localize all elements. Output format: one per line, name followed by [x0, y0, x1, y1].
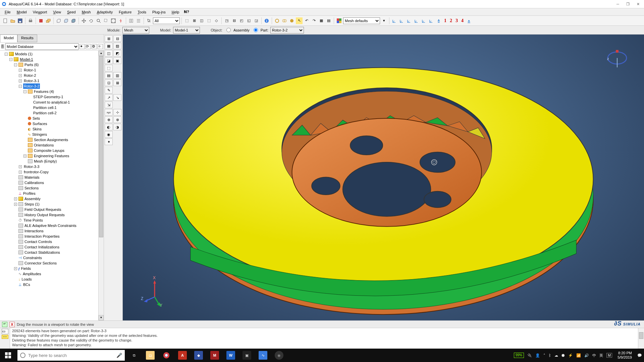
tab-results[interactable]: Results — [17, 35, 37, 42]
tool-a2[interactable]: ◩ — [113, 50, 121, 57]
wire-cube-2-icon[interactable] — [63, 17, 69, 24]
maximize-button[interactable]: ❐ — [623, 1, 633, 7]
tree-history-output[interactable]: History Output Requests — [24, 212, 65, 218]
ime-cn[interactable]: 中 — [592, 353, 596, 358]
tree-interaction-props[interactable]: Interaction Properties — [24, 234, 60, 239]
tray-chevron-icon[interactable]: ˄ — [543, 353, 545, 358]
save-icon[interactable] — [17, 17, 23, 24]
tree-rotor-3-3[interactable]: Rotor-3-3 — [23, 164, 40, 169]
close-button[interactable]: ✕ — [633, 1, 643, 7]
volume-icon[interactable]: 🔊 — [584, 353, 589, 358]
tool-e2[interactable]: ⊠ — [113, 79, 121, 86]
tool-d2[interactable]: ▥ — [113, 72, 121, 79]
tree-surfaces[interactable]: Surfaces — [32, 121, 48, 126]
tree-btn-4[interactable]: ✧ — [98, 44, 103, 49]
menu-model[interactable]: Model — [14, 9, 30, 15]
prompt-yes-icon[interactable]: ↵ — [2, 322, 7, 327]
tree-btn-2[interactable]: ⟳ — [86, 44, 91, 49]
tree-orientations[interactable]: Orientations — [33, 142, 54, 148]
taskbar-acrobat[interactable]: A — [174, 349, 191, 362]
zoom-icon[interactable] — [95, 17, 102, 24]
message-log[interactable]: 209243 elements have been generated on p… — [10, 328, 638, 349]
print-icon[interactable] — [27, 17, 34, 24]
model-dropdown[interactable]: Model-1 — [173, 27, 200, 34]
red-cube-icon[interactable] — [38, 17, 44, 24]
menu-tools[interactable]: Tools — [135, 9, 149, 15]
tool-b1[interactable]: ◪ — [105, 57, 113, 64]
tree-section-assign[interactable]: Section Assignments — [33, 137, 69, 142]
t8-icon[interactable]: ◰ — [238, 17, 245, 24]
ime-m[interactable]: M — [606, 353, 612, 358]
tree-composite[interactable]: Composite Layups — [33, 148, 65, 153]
disc-icon[interactable] — [288, 17, 295, 24]
search-input[interactable] — [28, 353, 125, 358]
tree-profiles[interactable]: Profiles — [22, 191, 36, 196]
task-view-button[interactable]: ⧉ — [126, 349, 142, 362]
tree-scrollbar[interactable]: ▲ ▼ — [98, 51, 104, 320]
tree-bcs[interactable]: BCs — [22, 282, 31, 287]
tool-h1[interactable]: ⇲ — [105, 102, 113, 108]
tool-a1[interactable]: ◫ — [105, 50, 113, 57]
tree-rotor-2[interactable]: Rotor-2 — [23, 73, 37, 78]
csys1-icon[interactable] — [391, 17, 398, 24]
tool-seed-part[interactable]: ⊞ — [105, 35, 113, 42]
tree-calibrations[interactable]: Calibrations — [24, 180, 45, 185]
tree-rotor-3-2[interactable]: Rotor-3-2 — [23, 83, 40, 89]
tree-stringers[interactable]: Stringers — [32, 132, 48, 137]
tool-l1[interactable]: ✦ — [105, 138, 113, 145]
tree-rotor-1[interactable]: Rotor-1 — [23, 67, 37, 73]
select-icon[interactable] — [146, 17, 152, 24]
view-3-button[interactable]: 3 — [454, 18, 459, 23]
people-icon[interactable]: 👤 — [535, 353, 540, 358]
tree-partition-2[interactable]: Partition cell-2 — [33, 110, 57, 116]
t2-icon[interactable]: ⊞ — [191, 17, 198, 24]
taskbar-abaqus[interactable]: ∿ — [255, 349, 271, 362]
part-radio[interactable] — [254, 28, 258, 32]
tool-b2[interactable]: ▣ — [113, 57, 121, 64]
taskbar-obs[interactable]: ◉ — [271, 349, 287, 362]
bluetooth-icon[interactable]: ᛒ — [549, 353, 551, 357]
selection-filter-dropdown[interactable]: All — [153, 17, 180, 24]
tree-field-output[interactable]: Field Output Requests — [24, 207, 62, 212]
t1-icon[interactable]: ⬚ — [183, 17, 190, 24]
t4-icon[interactable]: ⬚ — [206, 17, 212, 24]
t10-icon[interactable]: ◲ — [253, 17, 260, 24]
tree-step-geom[interactable]: STEP Geometry-1 — [33, 94, 64, 100]
t3-icon[interactable]: ◫ — [198, 17, 205, 24]
tool-g2[interactable]: ↘ — [113, 94, 121, 101]
csys5-icon[interactable] — [421, 17, 427, 24]
menu-feature[interactable]: Feature — [116, 9, 134, 15]
tree-assembly[interactable]: Assembly — [24, 196, 41, 201]
csys2-icon[interactable] — [398, 17, 405, 24]
mic-icon[interactable]: 🎤 — [116, 353, 122, 358]
notifications-icon[interactable]: 💬 — [637, 353, 642, 358]
power-icon[interactable]: 🔌 — [527, 353, 532, 358]
tree-contact-stab[interactable]: Contact Stabilizations — [24, 250, 61, 255]
tree-ale[interactable]: ALE Adaptive Mesh Constraints — [24, 223, 77, 228]
shaded-cube-icon[interactable] — [70, 17, 77, 24]
grid1-icon[interactable]: ▦ — [318, 17, 325, 24]
prompt-cancel-icon[interactable]: X — [9, 322, 15, 327]
message-cli-icon[interactable]: >>> — [2, 335, 8, 339]
menu-adaptivity[interactable]: Adaptivity — [94, 9, 116, 15]
network-icon[interactable]: 📶 — [576, 353, 581, 358]
tree-sections[interactable]: Sections — [24, 185, 39, 191]
tree-btn-1[interactable]: ✦ — [79, 44, 85, 49]
render-style-dropdown[interactable]: Mesh defaults — [343, 17, 380, 24]
t7-icon[interactable]: ⊟ — [231, 17, 237, 24]
tool-seed-edge[interactable]: ⊟ — [113, 35, 121, 42]
menu-file[interactable]: File — [2, 9, 13, 15]
tool-g1[interactable]: ↗ — [105, 94, 113, 101]
search-box[interactable]: 🎤 — [17, 350, 125, 361]
tree-parts[interactable]: Parts (6) — [24, 62, 39, 67]
taskbar-mendeley[interactable]: M — [207, 349, 223, 362]
undo-icon[interactable]: ↶ — [303, 17, 310, 24]
tree-convert[interactable]: Convert to analytical-1 — [33, 100, 70, 105]
tree-steps[interactable]: Steps (1) — [24, 201, 40, 207]
tool-f1[interactable]: ✎ — [105, 87, 113, 94]
fit-icon[interactable] — [110, 17, 117, 24]
ring1-icon[interactable] — [274, 17, 280, 24]
tool-e1[interactable]: ⊡ — [105, 79, 113, 86]
color-icon[interactable] — [336, 17, 342, 24]
battery-indicator[interactable]: 99% — [514, 353, 524, 358]
